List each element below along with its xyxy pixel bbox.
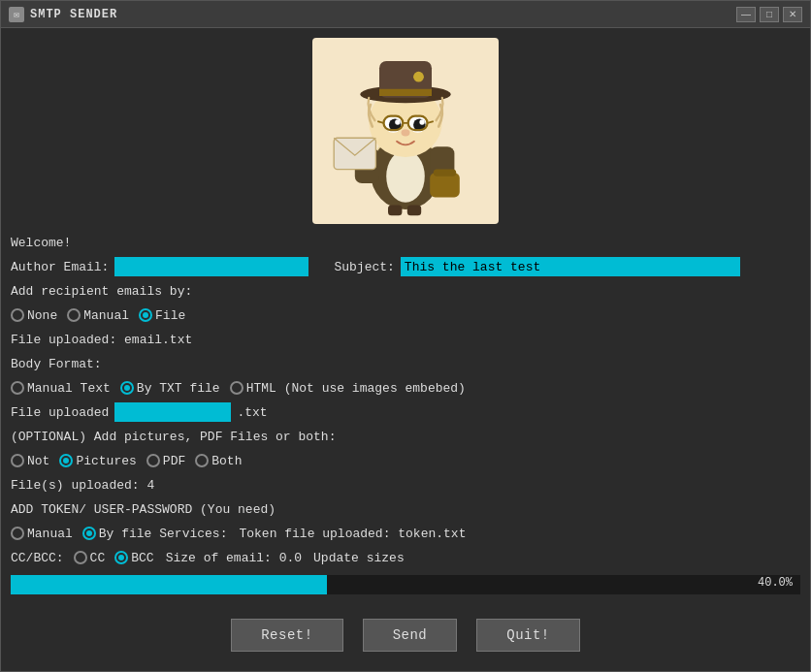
recipient-label: Add recipient emails by: [11, 284, 192, 299]
optional-label-row: (OPTIONAL) Add pictures, PDF Files or bo… [11, 426, 800, 447]
files-uploaded-value: 4 [146, 478, 154, 493]
file-uploaded-txt-suffix: .txt [237, 405, 267, 420]
radio-pdf-label: PDF [163, 454, 185, 468]
radio-not[interactable]: Not [11, 454, 49, 468]
bottom-buttons: Reset! Send Quit! [11, 599, 800, 661]
radio-manual-text[interactable]: Manual Text [11, 381, 111, 396]
radio-pdf-dot [146, 454, 160, 467]
cc-bcc-label: CC/BCC: [11, 551, 64, 565]
size-value: 0.0 [279, 551, 302, 565]
body-format-label-row: Body Format: [11, 353, 800, 374]
radio-not-label: Not [27, 454, 49, 468]
window-title: SMTP SENDER [30, 8, 736, 21]
radio-manual-dot [67, 308, 81, 322]
app-icon: ✉ [9, 7, 24, 22]
radio-by-txt[interactable]: By TXT file [120, 381, 220, 396]
radio-pictures-label: Pictures [76, 454, 136, 468]
token-file-value: token.txt [398, 527, 466, 541]
quit-button[interactable]: Quit! [476, 619, 580, 652]
form-area: Welcome! Author Email: Subject: Add reci… [11, 232, 800, 599]
svg-rect-7 [379, 89, 432, 96]
main-window: ✉ SMTP SENDER — □ ✕ [0, 0, 811, 672]
recipient-radio-group: None Manual File [11, 308, 185, 323]
author-email-label: Author Email: [11, 260, 109, 274]
svg-rect-26 [388, 206, 402, 216]
token-label: ADD TOKEN/ USER-PASSWORD (You need) [11, 502, 276, 517]
radio-bcc[interactable]: BCC [114, 551, 153, 565]
radio-by-txt-dot [120, 381, 134, 395]
radio-manual-label: Manual [83, 308, 129, 323]
subject-label: Subject: [334, 260, 394, 274]
progress-label: 40.0% [758, 576, 793, 590]
close-button[interactable]: ✕ [783, 7, 802, 22]
radio-bcc-label: BCC [131, 551, 153, 565]
optional-radio-group: Not Pictures PDF Both [11, 454, 242, 468]
progress-bar-container: 40.0% [11, 575, 800, 594]
maximize-button[interactable]: □ [760, 7, 779, 22]
send-button[interactable]: Send [363, 619, 458, 652]
radio-html[interactable]: HTML (Not use images embebed) [230, 381, 466, 396]
svg-point-3 [386, 150, 425, 203]
body-format-label: Body Format: [11, 357, 102, 371]
radio-token-file[interactable]: By file Services: [82, 527, 228, 541]
token-file-label: Token file uploaded: token.txt [239, 527, 466, 541]
radio-file-label: File [155, 308, 185, 323]
radio-both-label: Both [211, 454, 242, 468]
mascot-image [312, 38, 499, 224]
files-uploaded-row: File(s) uploaded: 4 [11, 474, 800, 496]
svg-point-20 [402, 129, 410, 136]
radio-manual-text-label: Manual Text [27, 381, 111, 396]
window-controls: — □ ✕ [736, 7, 802, 22]
radio-both-dot [195, 454, 209, 467]
radio-none[interactable]: None [11, 308, 57, 323]
radio-by-txt-label: By TXT file [137, 381, 220, 396]
subject-input[interactable] [401, 257, 740, 276]
file-uploaded-txt-row: File uploaded .txt [11, 401, 800, 423]
file-uploaded-txt-input[interactable] [114, 402, 231, 422]
author-subject-row: Author Email: Subject: [11, 256, 800, 277]
welcome-row: Welcome! [11, 232, 800, 253]
mascot-area [11, 28, 800, 232]
radio-file[interactable]: File [139, 308, 185, 323]
radio-both[interactable]: Both [195, 454, 242, 468]
radio-pictures-dot [59, 454, 73, 467]
radio-token-file-dot [82, 527, 96, 540]
mascot-svg [318, 44, 493, 218]
radio-none-label: None [27, 308, 57, 323]
size-of-email-label: Size of email: [166, 551, 272, 565]
radio-pictures[interactable]: Pictures [59, 454, 136, 468]
svg-point-13 [395, 119, 400, 124]
radio-html-label: HTML (Not use images embebed) [246, 381, 466, 396]
radio-pdf[interactable]: PDF [146, 454, 185, 468]
recipient-label-row: Add recipient emails by: [11, 280, 800, 302]
files-uploaded-label: File(s) uploaded: 4 [11, 478, 154, 493]
update-sizes-button[interactable]: Update sizes [313, 551, 405, 565]
svg-point-8 [413, 72, 424, 82]
reset-button[interactable]: Reset! [231, 619, 342, 652]
svg-rect-25 [434, 170, 456, 176]
cc-bcc-row: CC/BCC: CC BCC Size of email: 0.0 Update… [11, 547, 800, 568]
author-email-input[interactable] [114, 257, 308, 276]
token-radio-row: Manual By file Services: Token file uplo… [11, 523, 800, 544]
file-uploaded-value: email.txt [124, 333, 192, 347]
body-format-radio-group: Manual Text By TXT file HTML (Not use im… [11, 381, 466, 396]
radio-html-dot [230, 381, 243, 395]
radio-cc-label: CC [90, 551, 106, 565]
radio-cc[interactable]: CC [74, 551, 106, 565]
content-area: Welcome! Author Email: Subject: Add reci… [1, 28, 810, 671]
radio-none-dot [11, 308, 24, 322]
radio-bcc-dot [114, 551, 128, 564]
title-bar: ✉ SMTP SENDER — □ ✕ [1, 1, 810, 28]
token-radio-group: Manual By file Services: [11, 527, 227, 541]
radio-file-dot [139, 308, 152, 322]
radio-token-manual[interactable]: Manual [11, 527, 73, 541]
optional-label: (OPTIONAL) Add pictures, PDF Files or bo… [11, 430, 336, 444]
radio-token-manual-label: Manual [27, 527, 73, 541]
file-uploaded-row: File uploaded: email.txt [11, 329, 800, 350]
svg-rect-24 [430, 173, 460, 197]
minimize-button[interactable]: — [736, 7, 756, 22]
radio-manual-text-dot [11, 381, 24, 395]
radio-manual[interactable]: Manual [67, 308, 129, 323]
svg-point-14 [419, 119, 424, 124]
progress-bar-fill [11, 575, 327, 594]
